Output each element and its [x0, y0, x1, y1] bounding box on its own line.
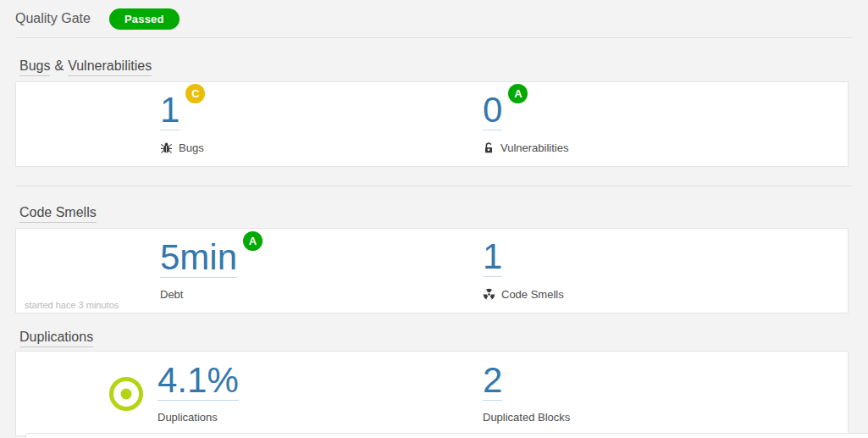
- duplicated-blocks-count-link[interactable]: 2: [483, 364, 502, 401]
- unlock-icon: [483, 141, 495, 154]
- duplications-percent-link[interactable]: 4.1%: [158, 364, 239, 401]
- bugs-section-link[interactable]: Bugs: [19, 58, 50, 76]
- quality-gate-status-badge[interactable]: Passed: [109, 8, 180, 30]
- code-smells-count-link[interactable]: 1: [483, 241, 502, 277]
- duplicated-blocks-measure: 2 Duplicated Blocks: [432, 352, 848, 435]
- code-smells-measure: 1 Code Smells: [432, 229, 848, 313]
- debt-measure-label: Debt: [160, 289, 183, 300]
- quality-gate-label: Quality Gate: [15, 11, 91, 26]
- divider: [15, 37, 853, 38]
- bugs-count-link[interactable]: 1: [160, 94, 180, 130]
- duplicated-blocks-measure-label: Duplicated Blocks: [483, 412, 570, 423]
- section-title-code-smells: Code Smells: [19, 204, 853, 221]
- code-smells-icon: [483, 288, 495, 301]
- duplications-section-link[interactable]: Duplications: [19, 330, 93, 347]
- section-title-duplications: Duplications: [19, 329, 853, 346]
- duplications-card: 4.1% Duplications 2 Duplicated Blocks: [15, 351, 849, 436]
- project-overview: Quality Gate Passed Bugs&Vulnerabilities…: [0, 0, 868, 436]
- section-title-bugs-vulnerabilities: Bugs&Vulnerabilities: [19, 58, 853, 75]
- vulnerabilities-rating-badge: A: [508, 84, 528, 103]
- vulnerabilities-measure: 0A Vulnerabilities: [432, 82, 848, 166]
- bugs-measure: 1C: [16, 82, 432, 166]
- debt-value-link[interactable]: 5min: [160, 241, 237, 278]
- vulnerabilities-count-link[interactable]: 0: [483, 94, 502, 130]
- next-card-edge: [25, 433, 868, 438]
- duplications-measure: 4.1% Duplications: [16, 352, 432, 435]
- quality-gate-row: Quality Gate Passed: [15, 0, 853, 37]
- code-smells-section-link[interactable]: Code Smells: [19, 205, 97, 223]
- code-smells-measure-label: Code Smells: [501, 289, 564, 300]
- debt-rating-badge: A: [243, 231, 263, 251]
- divider: [15, 186, 853, 186]
- vulnerabilities-measure-label: Vulnerabilities: [500, 142, 568, 153]
- vulnerabilities-section-link[interactable]: Vulnerabilities: [68, 58, 152, 76]
- code-smells-card: 5minA Debt 1: [15, 228, 849, 313]
- bugs-measure-label: Bugs: [179, 142, 204, 153]
- analysis-started-note: started hace 3 minutos: [25, 300, 119, 310]
- bugs-rating-badge: C: [185, 84, 205, 103]
- title-separator: &: [54, 58, 64, 73]
- duplications-ring-icon: [109, 377, 143, 411]
- duplications-measure-label: Duplications: [158, 412, 218, 423]
- bugs-vulnerabilities-card: 1C: [15, 81, 849, 167]
- bug-icon: [160, 141, 173, 154]
